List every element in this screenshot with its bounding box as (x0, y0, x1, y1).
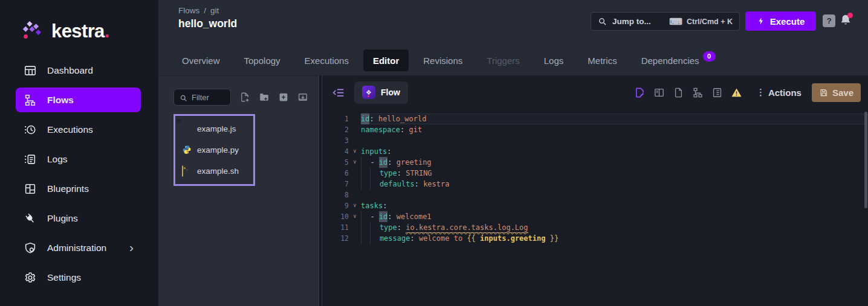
line-number: 9 (322, 200, 349, 211)
line-number: 4 (322, 146, 349, 157)
code-line-9[interactable]: 9∨tasks: (322, 200, 868, 211)
new-file-icon[interactable] (239, 92, 250, 103)
sidebar-item-dashboard[interactable]: Dashboard (16, 58, 141, 83)
editor-toolbar-icons (634, 87, 742, 98)
js-file-icon (182, 124, 192, 133)
flow-tab-bar: Overview Topology Executions Editor Revi… (158, 45, 868, 75)
sidebar-nav: Dashboard Flows Executions Logs Blueprin… (0, 58, 158, 290)
line-number: 1 (322, 113, 349, 124)
line-number: 2 (322, 124, 349, 135)
code-line-11[interactable]: 11type: io.kestra.core.tasks.log.Log (322, 222, 868, 233)
add-icon[interactable] (278, 92, 289, 103)
yaml-editor[interactable]: 1id: hello_world2namespace: git34∨inputs… (322, 109, 868, 244)
code-line-4[interactable]: 4∨inputs: (322, 146, 868, 157)
new-folder-icon[interactable] (259, 92, 270, 103)
file-list-selection: example.js example.py example.sh (173, 114, 255, 186)
import-icon[interactable] (297, 92, 308, 103)
blueprints-icon (24, 182, 37, 196)
jump-to-search[interactable]: Jump to... ⌨ Ctrl/Cmd + K (591, 12, 740, 31)
actions-menu-button[interactable]: ⋮ Actions (756, 87, 802, 98)
code-line-6[interactable]: 6type: STRING (322, 168, 868, 179)
line-number: 5 (322, 157, 349, 168)
tab-editor[interactable]: Editor (363, 49, 409, 71)
file-item-example.py[interactable]: example.py (182, 142, 253, 157)
file-explorer: Filter example.js example.py example.sh (158, 75, 319, 306)
page-title: hello_world (178, 18, 237, 30)
tab-overview[interactable]: Overview (172, 49, 230, 71)
book-icon[interactable] (653, 87, 665, 98)
sh-file-icon (182, 166, 192, 176)
line-number: 3 (322, 135, 349, 146)
fold-gutter (349, 233, 361, 244)
file-item-example.js[interactable]: example.js (182, 121, 253, 136)
fold-chevron-icon[interactable]: ∨ (349, 157, 361, 168)
tab-revisions[interactable]: Revisions (413, 49, 472, 71)
shortcut-hint: ⌨ Ctrl/Cmd + K (669, 17, 733, 26)
code-line-8[interactable]: 8 (322, 190, 868, 200)
tab-executions[interactable]: Executions (295, 49, 358, 71)
line-number: 11 (322, 222, 349, 233)
tab-topology[interactable]: Topology (235, 49, 290, 71)
code-line-3[interactable]: 3 (322, 135, 868, 146)
sidebar-item-executions[interactable]: Executions (16, 117, 141, 142)
sidebar: kestra. Dashboard Flows Executions Logs … (0, 0, 158, 306)
help-button[interactable]: ? (823, 14, 835, 27)
filter-placeholder: Filter (192, 93, 209, 102)
code-line-2[interactable]: 2namespace: git (322, 124, 868, 135)
file-item-example.sh[interactable]: example.sh (182, 164, 253, 178)
filter-input[interactable]: Filter (173, 89, 231, 106)
code-line-1[interactable]: 1id: hello_world (322, 113, 868, 124)
chevron-right-icon: › (129, 241, 134, 255)
tree-icon[interactable] (692, 87, 704, 98)
keyboard-icon: ⌨ (669, 17, 682, 26)
sidebar-item-flows[interactable]: Flows (16, 88, 141, 112)
sidebar-item-blueprints[interactable]: Blueprints (16, 176, 141, 201)
breadcrumb-flows[interactable]: Flows (178, 6, 199, 15)
jump-to-placeholder: Jump to... (612, 17, 651, 26)
sidebar-item-settings[interactable]: Settings (16, 265, 141, 290)
tab-dependencies[interactable]: Dependencies 0 (632, 49, 725, 71)
code-line-5[interactable]: 5∨- id: greeting (322, 157, 868, 168)
file-list-icon[interactable] (711, 87, 723, 98)
tab-metrics[interactable]: Metrics (578, 49, 626, 71)
py-file-icon (182, 145, 192, 155)
editor-tab-flow[interactable]: ❖ Flow (354, 81, 408, 104)
code-line-12[interactable]: 12message: welcome to {{ inputs.greeting… (322, 233, 868, 244)
settings-icon (24, 271, 37, 284)
breadcrumb-namespace[interactable]: git (210, 6, 219, 15)
search-icon (180, 94, 187, 101)
flows-icon (24, 94, 37, 107)
fold-chevron-icon[interactable]: ∨ (349, 211, 361, 222)
tab-badge: 0 (703, 51, 716, 62)
warning-icon[interactable] (731, 87, 742, 98)
kebab-icon: ⋮ (756, 87, 765, 98)
tab-triggers[interactable]: Triggers (477, 49, 529, 71)
fold-chevron-icon[interactable]: ∨ (349, 146, 361, 157)
file-edit-icon[interactable] (634, 87, 646, 98)
save-button[interactable]: Save (812, 83, 861, 102)
plugins-icon (24, 212, 37, 225)
breadcrumb: Flows/git (178, 6, 219, 15)
sidebar-item-logs[interactable]: Logs (16, 147, 141, 171)
notifications-bell-icon[interactable] (839, 13, 852, 28)
fold-gutter (349, 190, 361, 200)
line-number: 12 (322, 233, 349, 244)
fold-gutter (349, 222, 361, 233)
code-line-7[interactable]: 7defaults: kestra (322, 179, 868, 190)
file-icon[interactable] (673, 87, 684, 98)
kestra-logo[interactable]: kestra. (22, 20, 158, 42)
sidebar-item-plugins[interactable]: Plugins (16, 206, 141, 231)
kestra-wordmark: kestra. (51, 22, 109, 40)
administration-icon (24, 241, 37, 255)
flow-tab-icon: ❖ (362, 86, 375, 99)
execute-button[interactable]: Execute (745, 11, 816, 31)
collapse-sidebar-icon[interactable] (332, 86, 345, 99)
code-line-10[interactable]: 10∨- id: welcome1 (322, 211, 868, 222)
editor-scrollbar[interactable] (864, 112, 867, 208)
sidebar-item-administration[interactable]: Administration › (16, 235, 141, 260)
tab-logs[interactable]: Logs (534, 49, 574, 71)
floppy-icon (819, 88, 828, 97)
search-icon (598, 17, 607, 26)
fold-chevron-icon[interactable]: ∨ (349, 200, 361, 211)
editor-toolbar: ❖ Flow ⋮ Actions Save (322, 75, 868, 109)
